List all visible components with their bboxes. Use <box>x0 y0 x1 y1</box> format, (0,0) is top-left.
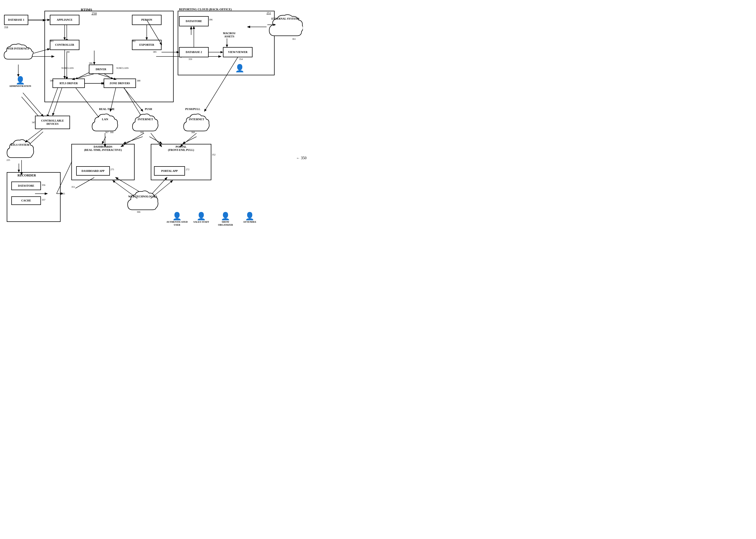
push-pull-label: PUSH/PULL <box>185 108 200 111</box>
internet2-cloud: INTERNET 368 <box>183 112 210 136</box>
datastore2-ref: 356 <box>42 184 46 187</box>
show-organizer-person: 👤 SHOW ORGANIZER <box>215 212 236 226</box>
reporting-cloud-label: REPORTING CLOUD (BACK-OFFICE) <box>179 8 232 11</box>
database2-box: DATABASE 2 <box>179 47 209 57</box>
svg-line-45 <box>149 137 161 143</box>
viewer-person: 👤 <box>232 64 248 72</box>
zone-drivers-ref: 388 <box>137 79 141 82</box>
dashboard-app-ref: 275 <box>110 168 114 171</box>
svg-line-46 <box>183 137 197 143</box>
web-technologies-cloud: WEB TECHNOLOGIES 366 <box>127 188 159 215</box>
authenticated-user-person: 👤 AUTHENTICATED USER <box>167 212 187 226</box>
exporter-ref382: 382 <box>132 40 136 42</box>
exporter-ref385: 385 <box>153 50 157 53</box>
database2-ref: 359 <box>188 58 192 60</box>
view-viewer-ref: 354 <box>239 58 243 60</box>
database1-ref: 358 <box>4 26 8 29</box>
push-label: PUSH <box>145 108 152 111</box>
portal-app-ref: 272 <box>186 168 190 171</box>
controller-box: CONTROLLER <box>50 40 79 50</box>
macros-assets-label: MACROS/ASSETS <box>223 32 236 38</box>
person-box: PERSON <box>132 15 161 25</box>
dashboard-app-box: DASHBOARD APP <box>76 166 110 176</box>
controllable-devices-box: CONTROLLABLE DEVICES <box>35 116 70 129</box>
administration-person: 👤 ADMINISTRATION <box>12 77 28 87</box>
datastore1-ref: 396 <box>209 18 213 21</box>
driver-ref386: 386 <box>89 62 93 64</box>
datastore1-box: DATASTORE <box>179 16 209 26</box>
view-viewer-box: VIEW/VIEWER <box>223 47 252 57</box>
sales-staff-person: 👤 SALES STAFF <box>193 212 210 223</box>
lan-cloud: LAN 367 368 <box>92 112 119 136</box>
rtims-label: RTIMS <box>81 8 92 12</box>
ref355: 355 <box>61 192 65 195</box>
svg-line-2 <box>22 97 41 118</box>
portal-label: PORTAL(FRONT-END, PULL) <box>152 145 210 152</box>
svg-line-43 <box>102 137 106 143</box>
database1-box: DATABASE 1 <box>4 15 28 25</box>
ref351: 351 <box>71 186 75 188</box>
rtims-ref: 250 <box>92 11 97 16</box>
controller-ref383: 383 <box>50 40 53 42</box>
system-diagram: RTIMS 250 REPORTING CLOUD (BACK-OFFICE) … <box>0 0 378 270</box>
driver-box: DRIVER <box>89 64 113 74</box>
rtls-driver-ref: 389 <box>50 79 53 82</box>
subclass-left: SUBCLASS <box>61 67 74 69</box>
cache-ref: 357 <box>42 198 46 201</box>
controller-ref380: 380 <box>66 50 70 53</box>
attendee-person: 👤 ATTENDEE <box>241 212 258 223</box>
web-interface-cloud: WEB INTERFACE <box>3 42 34 64</box>
svg-line-44 <box>124 137 143 143</box>
rtls-system-cloud: RTLS SYSTEM 225 <box>6 137 34 163</box>
subclass-right: SUBCLASS <box>116 67 129 69</box>
real-time-label: REAL-TIME <box>99 108 115 111</box>
external-systems-cloud: EXTERNAL SYSTEMS 361 <box>268 12 303 43</box>
appliance-box: APPLIANCE <box>50 15 79 25</box>
portal-ref352: 352 <box>212 153 216 156</box>
rtls-driver-box: RTLS DRIVER <box>52 79 85 88</box>
ref350: ← 350 <box>296 156 307 160</box>
portal-app-box: PORTAL APP <box>154 166 185 176</box>
svg-line-56 <box>23 93 43 116</box>
controllable-devices-ref: 345 <box>32 121 36 124</box>
zone-drivers-box: ZONE DRIVERS <box>104 79 136 88</box>
dashboards-label: DASHBOARDS(REAL-TIME, INTERACTIVE) <box>73 145 133 152</box>
datastore2-box: DATASTORE <box>11 182 41 190</box>
internet1-cloud: INTERNET 368 <box>132 112 159 136</box>
exporter-box: EXPORTER <box>132 40 161 50</box>
cache-box: CACHE <box>11 196 41 205</box>
recorder-label: RECORDER <box>18 174 36 178</box>
